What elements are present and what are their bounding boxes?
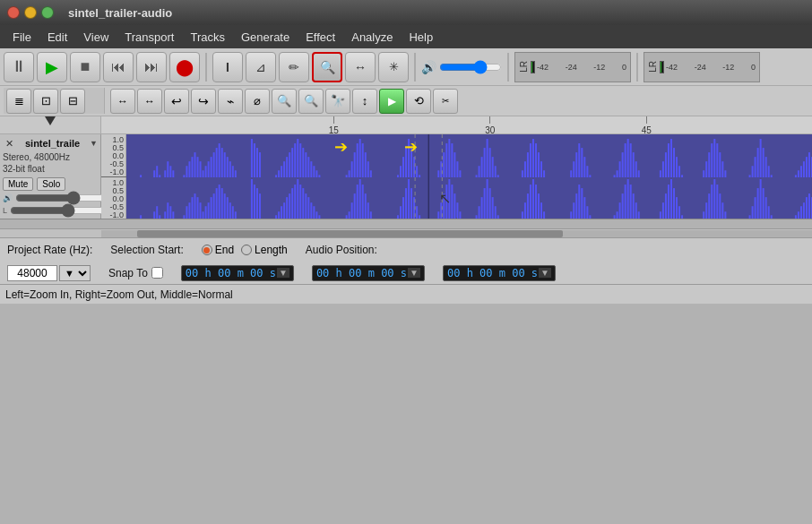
svg-rect-452 (638, 211, 640, 219)
zoom-in-btn[interactable]: 🔍 (272, 89, 297, 114)
menu-help[interactable]: Help (402, 28, 440, 47)
menu-generate[interactable]: Generate (234, 28, 297, 47)
svg-rect-394 (481, 197, 483, 219)
menu-analyze[interactable]: Analyze (344, 28, 400, 47)
skip-back-button[interactable]: ⏮ (103, 52, 134, 82)
play-indicator-icon: ▶ (388, 95, 396, 107)
info-bar: Left=Zoom In, Right=Zoom Out, Middle=Nor… (0, 284, 812, 304)
redo-button[interactable]: ↪ (191, 89, 216, 114)
selection-tool-button[interactable]: I (212, 52, 243, 82)
track-name[interactable]: sintel_traile (25, 138, 80, 149)
waveform-svg-bottom (126, 177, 812, 219)
fit-project-button[interactable]: ⊡ (33, 89, 58, 114)
undo-button[interactable]: ↩ (164, 89, 189, 114)
stop-button[interactable]: ■ (70, 52, 100, 82)
envelope-tool-button[interactable]: ⊿ (246, 52, 276, 82)
svg-rect-392 (476, 215, 478, 219)
minimize-button[interactable] (24, 6, 37, 19)
svg-rect-515 (808, 193, 810, 219)
svg-rect-351 (365, 193, 367, 219)
scrollbar-thumb[interactable] (137, 230, 564, 237)
project-rate-input[interactable] (7, 265, 57, 281)
svg-rect-483 (721, 202, 723, 219)
svg-rect-323 (289, 193, 290, 219)
svg-rect-409 (522, 211, 523, 219)
zoom-v-btn[interactable]: ↕ (352, 89, 377, 114)
zoom-out-button[interactable]: ↔ (137, 89, 162, 114)
snap-to-checkbox[interactable] (151, 267, 163, 279)
time-pos-dropdown[interactable]: ▼ (539, 268, 551, 278)
svg-rect-297 (219, 185, 220, 219)
mute-button[interactable]: Mute (3, 177, 33, 191)
multi-tool-button[interactable]: ✳ (378, 52, 409, 82)
slide-tool-button[interactable]: ↔ (345, 52, 376, 82)
svg-rect-275 (159, 215, 160, 219)
svg-rect-410 (524, 202, 526, 219)
svg-rect-291 (203, 211, 204, 219)
svg-rect-448 (627, 179, 629, 219)
zoom-out-btn2[interactable]: 🔍 (298, 89, 324, 114)
silence-button[interactable]: ⌀ (245, 89, 270, 114)
zoom-tool-button[interactable]: 🔍 (312, 52, 342, 82)
speaker-icon: 🔊 (421, 60, 436, 74)
draw-tool-button[interactable]: ✏ (279, 52, 309, 82)
pause-button[interactable]: ⏸ (4, 52, 34, 82)
svg-rect-365 (402, 197, 404, 219)
svg-rect-290 (200, 202, 202, 219)
maximize-button[interactable] (41, 6, 54, 19)
skip-forward-button[interactable]: ⏭ (136, 52, 167, 82)
gain-slider-row: 🔊 (3, 193, 98, 203)
svg-rect-416 (540, 202, 542, 219)
solo-button[interactable]: Solo (37, 177, 65, 191)
zoom-fit-btn[interactable]: 🔭 (325, 89, 350, 114)
menu-view[interactable]: View (76, 28, 116, 47)
title-bar: sintel_trailer-audio (0, 0, 812, 25)
play-button[interactable]: ▶ (37, 52, 67, 82)
waveform-channel-1[interactable]: 1.0 0.5 0.0 -0.5 -1.0 (101, 134, 812, 177)
time-sel-start-dropdown[interactable]: ▼ (277, 268, 289, 278)
ruler-content[interactable]: 15 30 45 (101, 116, 812, 133)
fit-tracks-button[interactable]: ⊟ (60, 89, 85, 114)
menu-edit[interactable]: Edit (40, 28, 74, 47)
svg-rect-286 (188, 202, 190, 219)
svg-rect-366 (405, 188, 407, 219)
menu-effect[interactable]: Effect (298, 28, 342, 47)
svg-rect-427 (570, 211, 572, 219)
svg-rect-476 (703, 211, 704, 219)
zoom-sel-button[interactable]: ↔ (110, 89, 135, 114)
menu-file[interactable]: File (5, 28, 39, 47)
svg-rect-312 (259, 193, 261, 219)
svg-rect-346 (351, 202, 353, 219)
end-radio[interactable]: End (202, 244, 234, 256)
end-radio-dot (202, 245, 212, 255)
project-rate-label: Project Rate (Hz): (7, 244, 92, 256)
ruler-tick-30: 30 (485, 116, 495, 133)
close-button[interactable] (7, 6, 20, 19)
trim-button[interactable]: ⌁ (218, 89, 243, 114)
time-end-dropdown[interactable]: ▼ (408, 268, 420, 278)
track-dropdown-button[interactable]: ▼ (90, 139, 98, 148)
svg-rect-368 (410, 188, 412, 219)
loop-btn[interactable]: ⟲ (406, 89, 431, 114)
length-radio[interactable]: Length (241, 244, 288, 256)
svg-rect-333 (315, 211, 317, 219)
cut-preview-btn[interactable]: ✂ (433, 89, 458, 114)
svg-rect-353 (370, 211, 372, 219)
status-row-2: ▼ Snap To 00 h 00 m 00 s ▼ 00 h 00 m 00 … (0, 262, 812, 284)
menu-transport[interactable]: Transport (117, 28, 181, 47)
svg-rect-465 (673, 188, 675, 219)
track-expand-arrow[interactable]: ▲ (451, 213, 463, 219)
svg-rect-381 (445, 185, 447, 219)
record-button[interactable]: ⬤ (169, 52, 200, 82)
rate-dropdown[interactable]: ▼ (59, 265, 91, 281)
waveform-wrapper[interactable]: 1.0 0.5 0.0 -0.5 -1.0 (101, 134, 812, 219)
horizontal-scrollbar[interactable] (101, 230, 812, 237)
svg-rect-350 (362, 185, 364, 219)
volume-slider[interactable] (439, 60, 502, 74)
menu-tracks[interactable]: Tracks (183, 28, 232, 47)
track-close-button[interactable]: ✕ (3, 137, 15, 150)
end-label: End (215, 244, 234, 256)
spectral-sel-button[interactable]: ≣ (6, 89, 31, 114)
play-status-indicator[interactable]: ▶ (379, 89, 404, 114)
svg-rect-466 (676, 197, 678, 219)
